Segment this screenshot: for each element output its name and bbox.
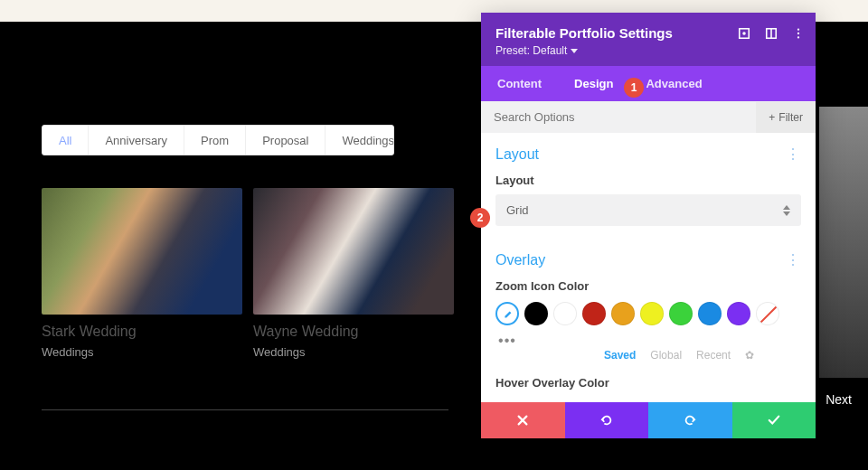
hover-overlay-color-label: Hover Overlay Color — [495, 376, 801, 390]
filter-prom[interactable]: Prom — [184, 126, 246, 155]
search-input[interactable] — [481, 101, 756, 133]
section-more-icon[interactable]: ⋮ — [786, 251, 801, 268]
redo-button[interactable] — [648, 402, 732, 438]
panel-footer — [481, 402, 816, 438]
portfolio-thumbnail — [253, 188, 454, 315]
layout-section-header[interactable]: Layout ⋮ — [495, 146, 801, 163]
svg-point-1 — [742, 32, 746, 35]
layout-section-label: Layout — [495, 146, 539, 163]
filter-bar: All Anniversary Prom Proposal Weddings — [42, 125, 394, 155]
portfolio-category: Weddings — [42, 345, 242, 359]
settings-panel: Filterable Portfolio Settings Preset: De… — [481, 13, 816, 438]
zoom-icon-color-label: Zoom Icon Color — [495, 279, 801, 293]
color-swatch[interactable] — [698, 302, 722, 325]
color-swatch[interactable] — [582, 302, 606, 325]
svg-point-6 — [797, 36, 799, 38]
color-swatch[interactable] — [553, 302, 577, 325]
svg-point-5 — [797, 33, 799, 34]
save-button[interactable] — [732, 402, 816, 438]
color-swatch[interactable] — [669, 302, 693, 325]
layout-select-value: Grid — [506, 203, 529, 217]
divider — [42, 409, 448, 410]
expand-icon[interactable] — [738, 27, 750, 42]
portfolio-title: Stark Wedding — [42, 324, 242, 340]
next-link[interactable]: Next — [826, 392, 852, 407]
portfolio-category: Weddings — [253, 345, 454, 359]
portfolio-thumbnail — [42, 188, 242, 315]
filter-button-label: Filter — [778, 111, 803, 124]
color-swatch[interactable] — [611, 302, 635, 325]
tab-design[interactable]: Design — [558, 66, 629, 101]
check-icon — [767, 414, 781, 427]
no-color-swatch[interactable] — [756, 302, 779, 325]
svg-point-4 — [797, 28, 799, 30]
overlay-section-label: Overlay — [495, 252, 545, 268]
color-swatch[interactable] — [524, 302, 548, 325]
undo-button[interactable] — [565, 402, 649, 438]
palette-tabs: Saved Global Recent ✿ — [604, 349, 801, 362]
close-icon — [516, 414, 529, 427]
tab-content[interactable]: Content — [481, 66, 558, 101]
redo-icon — [683, 414, 697, 427]
gear-icon[interactable]: ✿ — [745, 349, 754, 362]
background-photo-crop — [819, 107, 868, 378]
eyedropper-icon — [501, 307, 514, 320]
panel-header: Filterable Portfolio Settings Preset: De… — [481, 13, 816, 66]
portfolio-area: All Anniversary Prom Proposal Weddings S… — [42, 125, 439, 410]
search-row: + Filter — [481, 101, 816, 133]
annotation-badge-2: 2 — [470, 208, 490, 228]
chevron-down-icon — [571, 49, 578, 53]
filter-button[interactable]: + Filter — [756, 102, 816, 133]
color-swatch[interactable] — [640, 302, 664, 325]
palette-tab-saved[interactable]: Saved — [604, 349, 636, 362]
portfolio-title: Wayne Wedding — [253, 324, 454, 340]
palette-tab-global[interactable]: Global — [650, 349, 682, 362]
layout-select[interactable]: Grid — [495, 194, 801, 226]
portfolio-item[interactable]: Stark Wedding Weddings — [42, 188, 242, 359]
panel-tabs: Content Design Advanced — [481, 66, 816, 101]
filter-all[interactable]: All — [42, 126, 89, 155]
portfolio-item[interactable]: Wayne Wedding Weddings — [253, 188, 454, 359]
portfolio-grid: Stark Wedding Weddings Wayne Wedding Wed… — [42, 188, 439, 359]
undo-icon — [599, 414, 614, 427]
overlay-section-header[interactable]: Overlay ⋮ — [495, 251, 801, 268]
select-arrows-icon — [783, 205, 790, 216]
split-view-icon[interactable] — [765, 27, 778, 42]
more-icon[interactable] — [792, 27, 805, 42]
panel-body: Layout ⋮ Layout Grid Overlay ⋮ Zoom Icon… — [481, 133, 816, 390]
preset-label: Preset: Default — [495, 44, 567, 57]
plus-icon: + — [769, 111, 775, 124]
section-more-icon[interactable]: ⋮ — [786, 146, 801, 163]
header-icons — [738, 27, 805, 42]
swatch-more-icon[interactable]: ••• — [495, 333, 519, 349]
annotation-badge-1: 1 — [624, 78, 644, 98]
filter-anniversary[interactable]: Anniversary — [89, 126, 184, 155]
layout-field-label: Layout — [495, 174, 801, 187]
filter-proposal[interactable]: Proposal — [246, 126, 326, 155]
palette-tab-recent[interactable]: Recent — [696, 349, 731, 362]
eyedropper-swatch[interactable] — [495, 302, 519, 325]
color-swatch[interactable] — [727, 302, 750, 325]
filter-weddings[interactable]: Weddings — [326, 126, 394, 155]
cancel-button[interactable] — [481, 402, 565, 438]
preset-selector[interactable]: Preset: Default — [495, 44, 801, 57]
zoom-swatch-row — [495, 302, 801, 325]
